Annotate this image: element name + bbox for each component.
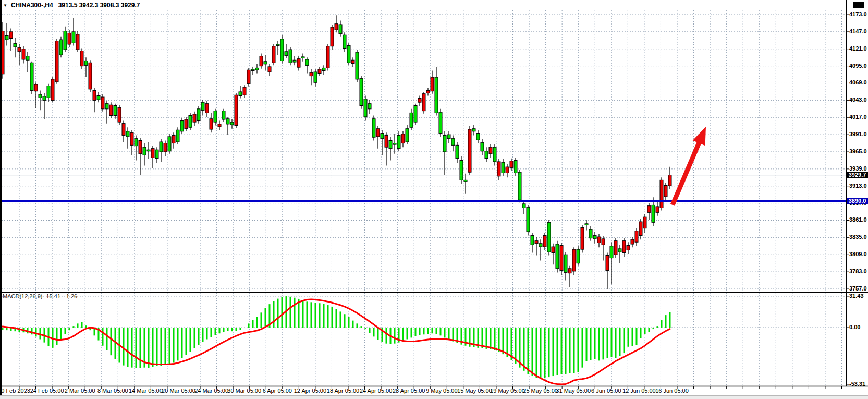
date-label: 20 Feb 2023	[0, 388, 30, 394]
price-axis-label: 3861.0	[849, 216, 867, 223]
hline-price-tag: 3890.0	[847, 198, 868, 204]
date-label: 25 May 05:00	[523, 388, 558, 394]
price-axis-label: 3809.0	[849, 251, 867, 257]
date-label: 9 May 05:00	[426, 388, 458, 394]
trading-chart-window: ▼CHINA300-,H43913.5 3942.3 3908.3 3929.7…	[0, 0, 868, 399]
macd-name: MACD(12,26,9)	[3, 293, 42, 299]
date-label: 19 May 05:00	[490, 388, 525, 394]
symbol-dropdown-icon[interactable]: ▼	[3, 3, 7, 8]
date-label: 18 Apr 05:00	[327, 388, 359, 394]
price-axis-label: 4043.0	[849, 96, 867, 103]
status-strip	[0, 395, 868, 399]
macd-histogram	[2, 296, 671, 379]
current-price-tag: 3929.7	[847, 172, 868, 178]
price-axis-label: 3783.0	[849, 268, 867, 274]
date-label: 8 Mar 05:00	[97, 388, 128, 394]
price-axis-label: 4017.0	[849, 114, 867, 120]
price-axis-label: 3913.0	[849, 183, 867, 189]
date-label: 28 Apr 05:00	[393, 388, 425, 394]
date-label: 24 Apr 05:00	[360, 388, 392, 394]
date-label: 31 May 05:00	[556, 388, 591, 394]
price-axis-label: 3835.0	[849, 234, 867, 240]
date-label: 14 Mar 05:00	[129, 388, 163, 394]
price-axis-label: 3991.0	[849, 131, 867, 137]
price-axis-label: 3939.0	[849, 165, 867, 172]
date-label: 2 Mar 05:00	[65, 388, 95, 394]
ohlc-readout: 3913.5 3942.3 3908.3 3929.7	[58, 2, 140, 9]
price-axis-label: 4121.0	[849, 45, 867, 52]
price-axis-label: 3965.0	[849, 148, 867, 154]
date-label: 30 Mar 05:00	[227, 388, 261, 394]
symbol-period-label: CHINA300-,H4	[11, 2, 53, 9]
chart-title: ▼CHINA300-,H43913.5 3942.3 3908.3 3929.7	[3, 2, 140, 9]
macd-scale-max: 31.43	[849, 293, 864, 299]
date-label: 12 Jun 05:00	[622, 388, 656, 394]
date-label: 16 Jun 05:00	[655, 388, 689, 394]
price-axis-label: 4095.0	[849, 63, 867, 69]
macd-signal-value: -1.26	[64, 293, 77, 299]
macd-value: 15.41	[46, 293, 60, 299]
price-axis-label: 4147.0	[849, 28, 867, 34]
date-label: 6 Jun 05:00	[591, 388, 621, 394]
price-axis-label: 4173.0	[849, 11, 867, 17]
date-label: 20 Mar 05:00	[162, 388, 195, 394]
chart-canvas[interactable]	[0, 0, 868, 399]
price-axis-label: 3757.0	[849, 285, 867, 292]
date-label: 12 Apr 05:00	[294, 388, 326, 394]
price-axis-label: 4069.0	[849, 79, 867, 86]
date-label: 6 Apr 05:00	[263, 388, 292, 394]
date-label: 24 Feb 05:00	[30, 388, 64, 394]
top-right-marker	[853, 2, 864, 8]
macd-indicator-label: MACD(12,26,9) 15.41 -1.26	[3, 293, 79, 299]
panel-borders	[0, 0, 868, 395]
macd-scale-zero: 0.00	[849, 324, 860, 330]
date-label: 24 Mar 05:00	[194, 388, 228, 394]
macd-scale-min: -53.31	[849, 381, 865, 387]
date-label: 15 May 05:00	[457, 388, 492, 394]
trend-arrow[interactable]	[673, 127, 706, 205]
